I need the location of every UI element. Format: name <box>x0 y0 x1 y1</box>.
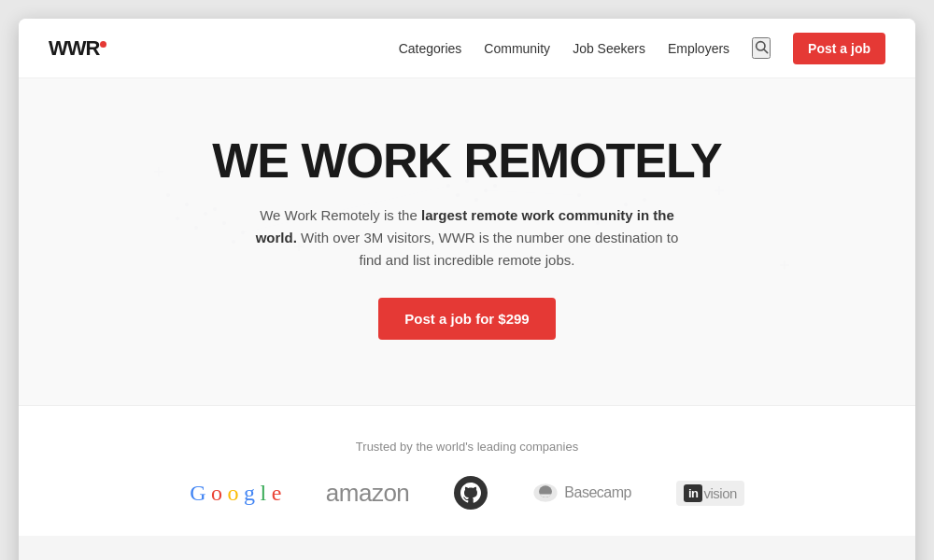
search-button[interactable] <box>752 37 771 59</box>
logo-text: WWR <box>49 36 99 60</box>
nav: Categories Community Job Seekers Employe… <box>399 33 885 64</box>
nav-item-employers[interactable]: Employers <box>668 41 729 56</box>
svg-point-5 <box>222 221 226 225</box>
post-job-button[interactable]: Post a job <box>793 33 885 64</box>
nav-item-community[interactable]: Community <box>484 41 550 56</box>
nav-item-categories[interactable]: Categories <box>399 41 462 56</box>
hero-subtitle-rest: With over 3M visitors, WWR is the number… <box>297 230 678 268</box>
google-logo: Google <box>190 481 281 506</box>
github-logo <box>454 476 488 510</box>
nav-item-job-seekers[interactable]: Job Seekers <box>573 41 645 56</box>
trusted-section: Trusted by the world's leading companies… <box>19 405 915 536</box>
trusted-label: Trusted by the world's leading companies <box>49 440 885 454</box>
svg-point-4 <box>166 193 170 197</box>
svg-point-3 <box>204 212 207 216</box>
hero-subtitle-plain: We Work Remotely is the <box>260 207 421 223</box>
basecamp-logo: Basecamp <box>532 480 631 506</box>
browser-window: WWR Categories Community Job Seekers Emp… <box>19 19 915 560</box>
svg-point-2 <box>185 203 189 206</box>
svg-line-1 <box>764 49 768 53</box>
header: WWR Categories Community Job Seekers Emp… <box>19 19 915 78</box>
svg-point-7 <box>176 217 179 220</box>
logo[interactable]: WWR <box>49 36 106 61</box>
hero-cta: Post a job for $299 <box>49 298 885 340</box>
svg-point-8 <box>194 226 198 230</box>
svg-point-21 <box>643 198 646 202</box>
hero-cta-button[interactable]: Post a job for $299 <box>378 298 555 340</box>
company-logos: Google amazon Basecamp invision <box>49 476 885 510</box>
amazon-logo: amazon <box>326 479 410 508</box>
hero-title: WE WORK REMOTELY <box>49 134 885 188</box>
invision-logo: invision <box>676 481 744 506</box>
svg-point-10 <box>232 240 235 244</box>
hero-section: WE WORK REMOTELY We Work Remotely is the… <box>19 78 915 405</box>
svg-line-23 <box>486 190 579 195</box>
logo-dot <box>100 41 106 48</box>
hero-subtitle: We Work Remotely is the largest remote w… <box>252 204 682 272</box>
svg-point-14 <box>456 193 460 197</box>
jobs-section: All Other Remote Jobs Latest post about … <box>19 536 915 560</box>
svg-point-9 <box>213 207 217 211</box>
svg-point-15 <box>474 198 478 202</box>
